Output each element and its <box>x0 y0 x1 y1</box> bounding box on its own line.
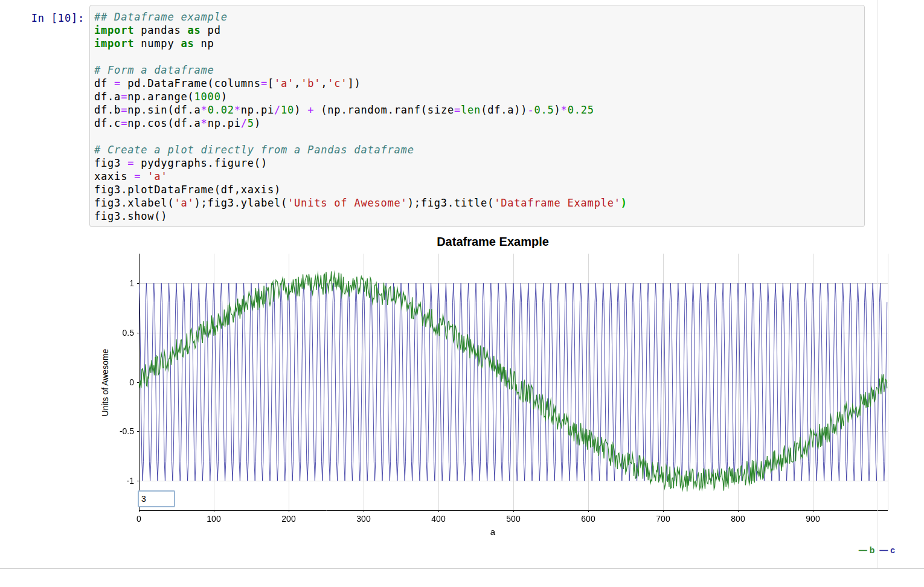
chart-legend: — b— c <box>854 545 895 555</box>
code-cell[interactable]: ## Dataframe exampleimport pandas as pdi… <box>89 5 865 227</box>
cell-prompt: In [10]: <box>22 11 85 25</box>
legend-b: — b <box>859 545 874 555</box>
legend-c: — c <box>879 545 895 555</box>
notebook-page: { "notebook": { "prompt": "In [10]:", "c… <box>0 0 924 587</box>
x-axis-label: a <box>97 527 889 537</box>
roll-period-input[interactable] <box>138 490 175 507</box>
cell-right-border <box>877 0 877 568</box>
chart-title: Dataframe Example <box>97 235 889 249</box>
chart-output: Dataframe Example Units of Awesome a — b… <box>97 233 895 571</box>
cell-bottom-border <box>0 568 924 569</box>
plot-canvas[interactable] <box>97 254 889 528</box>
code-editor[interactable]: ## Dataframe exampleimport pandas as pdi… <box>94 10 860 223</box>
